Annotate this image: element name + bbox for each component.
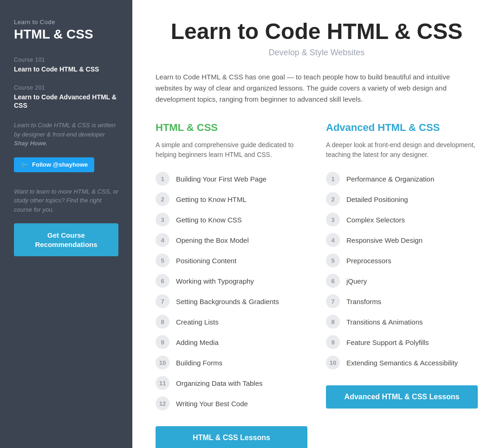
list-item: 3 Complex Selectors — [326, 210, 478, 229]
lesson-number: 4 — [156, 233, 169, 247]
html-course-heading: HTML & CSS — [156, 122, 307, 134]
list-item: 4 Responsive Web Design — [326, 230, 478, 250]
lesson-title: Writing Your Best Code — [176, 400, 248, 408]
list-item: 10 Extending Semantics & Accessibility — [326, 353, 478, 372]
lesson-number: 6 — [326, 274, 340, 288]
lesson-title: Opening the Box Model — [176, 236, 249, 244]
sidebar-course101-title: Learn to Code HTML & CSS — [14, 65, 118, 73]
advanced-course-heading: Advanced HTML & CSS — [326, 122, 478, 134]
lesson-title: Responsive Web Design — [346, 236, 423, 244]
list-item: 8 Transitions & Animations — [326, 312, 478, 331]
lesson-title: jQuery — [346, 277, 367, 285]
list-item: 12 Writing Your Best Code — [156, 394, 307, 413]
main-content: Learn to Code HTML & CSS Develop & Style… — [132, 0, 501, 448]
lesson-number: 3 — [156, 213, 169, 227]
lesson-number: 6 — [156, 274, 169, 288]
lesson-number: 5 — [156, 253, 169, 267]
list-item: 9 Adding Media — [156, 332, 307, 352]
lesson-number: 2 — [326, 192, 340, 206]
sidebar-cta-text: Want to learn to more HTML & CSS, or stu… — [14, 187, 118, 214]
list-item: 5 Preprocessors — [326, 251, 478, 270]
list-item: 9 Feature Support & Polyfills — [326, 332, 478, 352]
list-item: 1 Building Your First Web Page — [156, 169, 307, 188]
sidebar-course201-label: Course 201 — [14, 84, 118, 91]
lesson-number: 9 — [326, 335, 340, 349]
lesson-number: 1 — [156, 172, 169, 186]
html-css-course: HTML & CSS A simple and comprehensive gu… — [156, 122, 307, 448]
lesson-number: 8 — [326, 315, 340, 329]
lesson-number: 7 — [156, 294, 169, 308]
lesson-number: 9 — [156, 335, 169, 349]
lesson-title: Getting to Know CSS — [176, 216, 242, 224]
lesson-title: Complex Selectors — [346, 216, 405, 224]
page-subtitle: Develop & Style Websites — [156, 48, 478, 58]
lesson-title: Setting Backgrounds & Gradients — [176, 298, 279, 305]
lesson-title: Getting to Know HTML — [176, 195, 247, 203]
list-item: 7 Setting Backgrounds & Gradients — [156, 292, 307, 311]
sidebar-course201-title: Learn to Code Advanced HTML & CSS — [14, 93, 118, 110]
html-lessons-button[interactable]: HTML & CSS Lessons — [156, 426, 307, 448]
html-course-tagline: A simple and comprehensive guide dedicat… — [156, 140, 307, 160]
lesson-number: 5 — [326, 253, 340, 267]
lesson-number: 1 — [326, 172, 340, 186]
list-item: 6 jQuery — [326, 271, 478, 291]
lesson-title: Detailed Positioning — [346, 195, 408, 203]
lesson-title: Building Your First Web Page — [176, 175, 267, 183]
advanced-lessons-button[interactable]: Advanced HTML & CSS Lessons — [326, 385, 478, 409]
list-item: 2 Getting to Know HTML — [156, 189, 307, 209]
list-item: 1 Performance & Organization — [326, 169, 478, 188]
list-item: 10 Building Forms — [156, 353, 307, 372]
list-item: 7 Transforms — [326, 292, 478, 311]
page-description: Learn to Code HTML & CSS has one goal — … — [156, 71, 453, 105]
sidebar-attribution: Learn to Code HTML & CSS is written by d… — [14, 121, 118, 148]
list-item: 2 Detailed Positioning — [326, 189, 478, 209]
lesson-number: 7 — [326, 294, 340, 308]
lesson-title: Working with Typography — [176, 277, 254, 285]
list-item: 8 Creating Lists — [156, 312, 307, 331]
page-title: Learn to Code HTML & CSS — [156, 19, 478, 44]
lesson-number: 11 — [156, 376, 169, 390]
lesson-number: 12 — [156, 396, 169, 410]
lesson-number: 4 — [326, 233, 340, 247]
sidebar-course101-label: Course 101 — [14, 57, 118, 63]
course-rec-button[interactable]: Get Course Recommendations — [14, 223, 118, 256]
lesson-title: Preprocessors — [346, 257, 391, 265]
lesson-title: Feature Support & Polyfills — [346, 338, 429, 346]
sidebar-title: HTML & CSS — [14, 27, 118, 42]
list-item: 6 Working with Typography — [156, 271, 307, 291]
courses-grid: HTML & CSS A simple and comprehensive gu… — [156, 122, 478, 448]
twitter-btn-label: Follow @shayhowe — [32, 161, 88, 168]
lesson-title: Creating Lists — [176, 318, 219, 326]
author-name: Shay Howe — [14, 140, 46, 147]
advanced-lesson-list: 1 Performance & Organization 2 Detailed … — [326, 169, 478, 372]
lesson-number: 10 — [156, 356, 169, 370]
list-item: 11 Organizing Data with Tables — [156, 373, 307, 393]
twitter-follow-button[interactable]: 🐦 Follow @shayhowe — [14, 157, 94, 172]
sidebar-learn-label: Learn to Code — [14, 19, 118, 26]
lesson-title: Extending Semantics & Accessibility — [346, 359, 458, 367]
lesson-title: Positioning Content — [176, 257, 236, 265]
lesson-title: Transitions & Animations — [346, 318, 423, 326]
lesson-title: Building Forms — [176, 359, 222, 367]
list-item: 3 Getting to Know CSS — [156, 210, 307, 229]
list-item: 5 Positioning Content — [156, 251, 307, 270]
lesson-number: 2 — [156, 192, 169, 206]
html-lesson-list: 1 Building Your First Web Page 2 Getting… — [156, 169, 307, 413]
lesson-number: 10 — [326, 356, 340, 370]
advanced-css-course: Advanced HTML & CSS A deeper look at fro… — [326, 122, 478, 448]
lesson-title: Performance & Organization — [346, 175, 434, 183]
sidebar: Learn to Code HTML & CSS Course 101 Lear… — [0, 0, 132, 448]
lesson-title: Transforms — [346, 298, 381, 305]
lesson-number: 3 — [326, 213, 340, 227]
twitter-icon: 🐦 — [20, 161, 28, 169]
list-item: 4 Opening the Box Model — [156, 230, 307, 250]
lesson-number: 8 — [156, 315, 169, 329]
advanced-course-tagline: A deeper look at front-end design and de… — [326, 140, 478, 160]
lesson-title: Adding Media — [176, 338, 219, 346]
lesson-title: Organizing Data with Tables — [176, 379, 263, 387]
